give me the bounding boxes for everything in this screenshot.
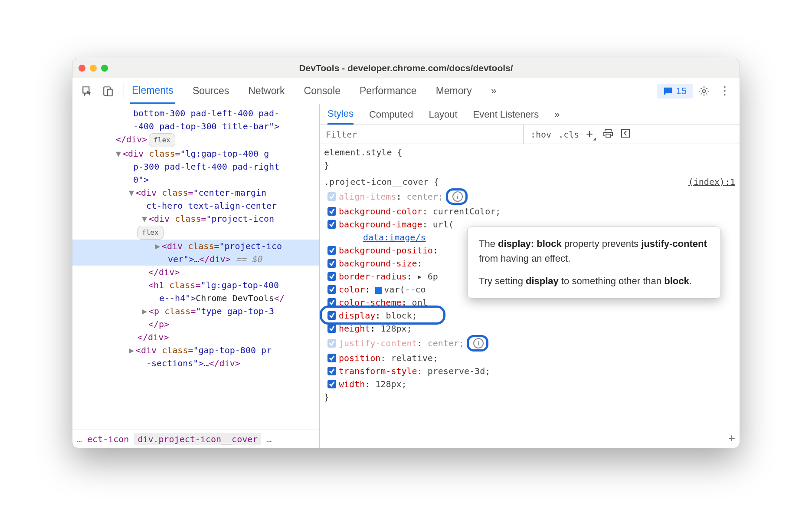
property-checkbox[interactable] — [327, 285, 336, 294]
subtab-computed[interactable]: Computed — [369, 104, 413, 125]
dom-node[interactable]: ▶<p class="type gap-top-3 — [72, 305, 319, 318]
print-icon[interactable] — [603, 128, 613, 141]
css-property-row[interactable]: height: 128px; — [324, 322, 735, 335]
inspect-icon[interactable] — [78, 82, 97, 101]
titlebar: DevTools - developer.chrome.com/docs/dev… — [72, 58, 740, 78]
property-checkbox[interactable] — [327, 259, 336, 268]
info-icon[interactable]: i — [473, 338, 484, 348]
dom-node[interactable]: </div> — [72, 331, 319, 344]
rule-header: .project-icon__cover { (index):1 — [324, 175, 735, 188]
tab-performance[interactable]: Performance — [358, 78, 419, 104]
crumb-item-selected[interactable]: div.project-icon__cover — [134, 433, 261, 445]
property-checkbox[interactable] — [327, 311, 336, 320]
styles-list[interactable]: element.style { } .project-icon__cover {… — [320, 144, 740, 448]
filter-input[interactable] — [320, 125, 524, 144]
property-value: relative; — [391, 353, 438, 363]
window-controls — [79, 65, 108, 72]
property-checkbox[interactable] — [327, 380, 336, 388]
crumb-item[interactable]: ect-icon — [87, 434, 129, 444]
more-icon[interactable]: ⋮ — [715, 82, 734, 101]
main-toolbar: Elements Sources Network Console Perform… — [72, 78, 740, 104]
element-style-selector: element.style { — [324, 146, 735, 159]
source-link[interactable]: (index):1 — [688, 175, 735, 188]
property-name: color-scheme — [339, 297, 402, 308]
dom-tree[interactable]: bottom-300 pad-left-400 pad- -400 pad-to… — [72, 104, 319, 430]
styles-subtabs: Styles Computed Layout Event Listeners » — [320, 104, 740, 125]
computed-toggle-icon[interactable] — [620, 128, 631, 141]
css-property-row[interactable]: position: relative; — [324, 352, 735, 365]
hov-toggle[interactable]: :hov — [530, 129, 551, 140]
css-property-row[interactable]: display: block; — [324, 309, 735, 322]
tab-console[interactable]: Console — [302, 78, 342, 104]
device-toggle-icon[interactable] — [98, 82, 118, 101]
property-name: background-image — [339, 219, 422, 230]
tab-network[interactable]: Network — [246, 78, 286, 104]
devtools-window: DevTools - developer.chrome.com/docs/dev… — [72, 58, 740, 448]
crumb-more-right[interactable]: … — [266, 434, 272, 444]
property-checkbox[interactable] — [327, 324, 336, 333]
property-name: height — [339, 323, 370, 334]
property-checkbox[interactable] — [327, 192, 336, 201]
subtab-layout[interactable]: Layout — [429, 104, 457, 125]
property-checkbox[interactable] — [327, 354, 336, 362]
property-value: onl — [412, 297, 428, 308]
dom-node[interactable]: </div>flex — [72, 133, 319, 147]
tab-overflow-icon[interactable]: » — [489, 78, 498, 104]
css-property-row[interactable]: justify-content: center;i — [324, 335, 735, 352]
settings-icon[interactable] — [694, 82, 714, 101]
maximize-window-button[interactable] — [101, 65, 108, 72]
add-rule-icon[interactable]: + — [728, 431, 735, 445]
dom-node[interactable]: <h1 class="lg:gap-top-400 — [72, 279, 319, 292]
property-checkbox[interactable] — [327, 298, 336, 307]
new-style-rule-icon[interactable]: +◢ — [586, 127, 596, 141]
tab-memory[interactable]: Memory — [434, 78, 474, 104]
tab-sources[interactable]: Sources — [191, 78, 231, 104]
dom-node[interactable]: ▼<div class="project-icon — [72, 212, 319, 225]
css-property-row[interactable]: transform-style: preserve-3d; — [324, 365, 735, 378]
close-window-button[interactable] — [79, 65, 85, 72]
property-value: center; — [407, 191, 443, 202]
crumb-more-left[interactable]: … — [77, 434, 82, 444]
url-link[interactable]: data:image/s — [363, 231, 426, 244]
flex-badge[interactable]: flex — [149, 133, 175, 147]
cls-toggle[interactable]: .cls — [558, 129, 579, 140]
property-name: display — [339, 310, 375, 321]
messages-badge[interactable]: 15 — [657, 84, 693, 99]
property-name: border-radius — [339, 271, 407, 282]
property-name: transform-style — [339, 366, 417, 376]
filter-bar: :hov .cls +◢ — [320, 125, 740, 144]
property-value: var(--co — [375, 284, 426, 295]
color-swatch-icon[interactable] — [375, 287, 382, 294]
property-value: 128px; — [375, 379, 406, 389]
main-tabs: Elements Sources Network Console Perform… — [130, 78, 498, 104]
dom-node[interactable]: ▼<div class="center-margin — [72, 186, 319, 199]
dom-node-selected[interactable]: ▶<div class="project-ico — [72, 240, 319, 253]
property-name: background-size — [339, 258, 417, 269]
subtab-styles[interactable]: Styles — [327, 104, 354, 125]
css-property-row[interactable]: width: 128px; — [324, 378, 735, 391]
subtab-overflow-icon[interactable]: » — [554, 104, 560, 125]
minimize-window-button[interactable] — [90, 65, 97, 72]
css-property-row[interactable]: background-color: currentColor; — [324, 205, 735, 218]
styles-pane: Styles Computed Layout Event Listeners »… — [320, 104, 740, 448]
css-property-row[interactable]: align-items: center;i — [324, 188, 735, 205]
info-icon[interactable]: i — [452, 191, 463, 202]
tab-elements[interactable]: Elements — [130, 78, 175, 104]
property-name: background-positio — [339, 245, 433, 256]
breadcrumb[interactable]: … ect-icon div.project-icon__cover … — [72, 430, 319, 448]
window-title: DevTools - developer.chrome.com/docs/dev… — [72, 63, 740, 73]
property-checkbox[interactable] — [327, 272, 336, 281]
property-checkbox[interactable] — [327, 367, 336, 375]
property-checkbox[interactable] — [327, 207, 336, 216]
dom-node[interactable]: ▶<div class="gap-top-800 pr — [72, 344, 319, 357]
property-checkbox[interactable] — [327, 246, 336, 255]
property-name: color — [339, 284, 365, 295]
dom-node[interactable]: ▼<div class="lg:gap-top-400 g — [72, 147, 319, 160]
flex-badge[interactable]: flex — [137, 226, 164, 240]
subtab-eventlisteners[interactable]: Event Listeners — [473, 104, 539, 125]
dom-node[interactable]: </div> — [72, 266, 319, 279]
property-value: 128px; — [380, 323, 412, 334]
property-checkbox[interactable] — [327, 220, 336, 229]
property-checkbox[interactable] — [327, 339, 336, 348]
property-name: justify-content — [339, 338, 417, 348]
